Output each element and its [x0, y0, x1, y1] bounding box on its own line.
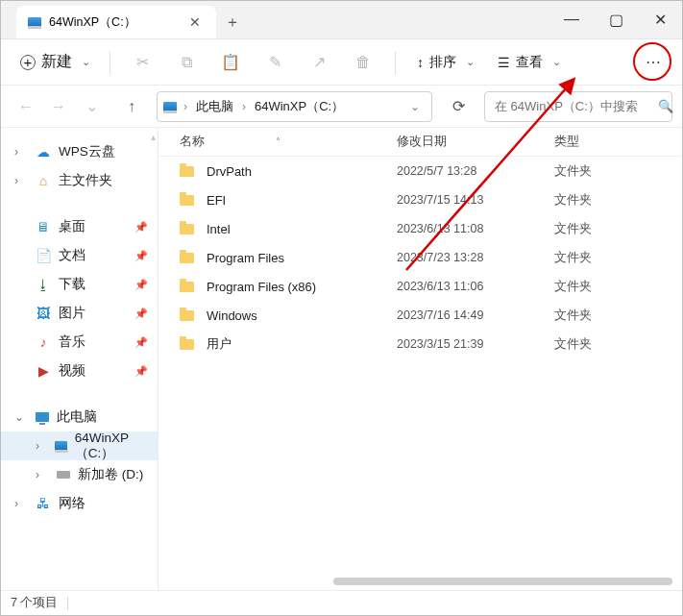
file-row[interactable]: Program Files (x86) 2023/6/13 11:06 文件夹	[159, 272, 682, 301]
chevron-down-icon: ⌄	[85, 97, 98, 115]
sidebar-item-pinned[interactable]: 📄 文档 📌	[1, 241, 158, 270]
folder-icon	[180, 250, 197, 266]
copy-button[interactable]: ⧉	[166, 46, 207, 79]
close-button[interactable]: ✕	[638, 0, 682, 38]
explorer-window: 64WinXP（C:） ✕ ＋ — ▢ ✕ + 新建 ⌄ ✂ ⧉ 📋 ✎ ↗ 🗑…	[0, 0, 683, 616]
breadcrumb[interactable]: › 此电脑 › 64WinXP（C:） ⌄	[157, 91, 432, 122]
chevron-down-icon: ⌄	[466, 56, 475, 68]
body: ▴ › ☁ WPS云盘› ⌂ 主文件夹 🖥 桌面 📌 📄 文档 📌 ⭳ 下载 📌…	[1, 128, 682, 590]
cut-icon: ✂	[136, 53, 149, 71]
breadcrumb-seg-drive[interactable]: 64WinXP（C:）	[249, 98, 350, 115]
expand-toggle[interactable]: ⌄	[14, 410, 28, 424]
sidebar-item-drive[interactable]: › 64WinXP（C:）	[1, 431, 158, 460]
file-name: Intel	[207, 222, 397, 236]
minimize-button[interactable]: —	[549, 0, 594, 38]
cut-button[interactable]: ✂	[122, 46, 162, 79]
column-header-name[interactable]: 名称 ˄	[180, 134, 397, 150]
sidebar-item-quick[interactable]: › ☁ WPS云盘	[1, 137, 158, 166]
expand-toggle[interactable]: ›	[36, 439, 47, 453]
scrollbar-thumb[interactable]	[333, 578, 672, 585]
file-row[interactable]: Program Files 2023/7/23 13:28 文件夹	[159, 243, 682, 272]
expand-toggle[interactable]: ›	[14, 497, 28, 510]
nav-icon: 🖼	[36, 306, 51, 321]
file-type: 文件夹	[554, 221, 592, 237]
search-input[interactable]	[493, 98, 658, 114]
sidebar-item-pinned[interactable]: ⭳ 下载 📌	[1, 270, 158, 299]
sort-button[interactable]: ↕ 排序 ⌄	[407, 46, 484, 79]
file-type: 文件夹	[554, 250, 592, 266]
pc-icon	[36, 412, 49, 422]
sidebar-item-quick[interactable]: › ⌂ 主文件夹	[1, 166, 158, 195]
file-type: 文件夹	[554, 279, 592, 295]
rename-button[interactable]: ✎	[255, 46, 295, 79]
pin-icon: 📌	[134, 221, 148, 234]
expand-toggle[interactable]: ›	[36, 468, 49, 481]
file-name: 用户	[207, 335, 397, 353]
new-tab-button[interactable]: ＋	[216, 6, 249, 38]
status-bar: 7 个项目	[1, 590, 682, 615]
nav-icon: ▶	[36, 363, 51, 379]
file-name: Program Files	[207, 251, 397, 265]
column-header-date[interactable]: 修改日期	[397, 134, 554, 150]
file-date: 2023/3/15 21:39	[397, 337, 554, 351]
file-date: 2023/6/13 11:06	[397, 280, 554, 293]
new-button[interactable]: + 新建 ⌄	[12, 46, 98, 79]
maximize-button[interactable]: ▢	[594, 0, 638, 38]
file-date: 2023/6/13 11:08	[397, 222, 554, 235]
sidebar-item-network[interactable]: › 🖧 网络	[1, 489, 158, 518]
up-button[interactable]: ↑	[116, 91, 147, 122]
nav-sidebar: ▴ › ☁ WPS云盘› ⌂ 主文件夹 🖥 桌面 📌 📄 文档 📌 ⭳ 下载 📌…	[1, 128, 159, 590]
window-controls: — ▢ ✕	[549, 0, 682, 38]
sidebar-item-thispc[interactable]: ⌄ 此电脑	[1, 403, 158, 431]
refresh-button[interactable]: ⟳	[442, 91, 475, 122]
sidebar-item-pinned[interactable]: ♪ 音乐 📌	[1, 328, 158, 357]
sidebar-item-pinned[interactable]: 🖥 桌面 📌	[1, 212, 158, 241]
sidebar-item-pinned[interactable]: 🖼 图片 📌	[1, 299, 158, 328]
file-row[interactable]: Intel 2023/6/13 11:08 文件夹	[159, 214, 682, 243]
history-chevron[interactable]: ⌄	[76, 91, 107, 122]
more-button[interactable]: ⋯	[636, 45, 671, 80]
share-button[interactable]: ↗	[299, 46, 339, 79]
expand-toggle[interactable]: ›	[14, 145, 28, 159]
sidebar-item-pinned[interactable]: ▶ 视频 📌	[1, 357, 158, 385]
arrow-right-icon: →	[51, 98, 66, 115]
sidebar-item-label: 64WinXP（C:）	[75, 431, 158, 462]
file-name: Program Files (x86)	[207, 280, 397, 294]
sort-label: 排序	[429, 54, 456, 71]
plus-circle-icon: +	[20, 55, 36, 70]
file-row[interactable]: EFI 2023/7/15 14:13 文件夹	[159, 185, 682, 214]
horizontal-scrollbar[interactable]	[322, 575, 672, 588]
expand-toggle[interactable]: ›	[14, 174, 28, 187]
delete-button[interactable]: 🗑	[343, 46, 383, 79]
tab-current[interactable]: 64WinXP（C:） ✕	[16, 6, 216, 38]
file-type: 文件夹	[554, 308, 592, 324]
column-header-type[interactable]: 类型	[554, 134, 682, 150]
sidebar-item-label: 文档	[59, 247, 85, 264]
column-header-row: 名称 ˄ 修改日期 类型	[159, 128, 682, 157]
breadcrumb-seg-thispc[interactable]: 此电脑	[190, 98, 239, 115]
view-button[interactable]: ☰ 查看 ⌄	[488, 46, 571, 79]
search-box[interactable]: 🔍	[484, 91, 672, 122]
file-name: DrvPath	[207, 164, 397, 179]
status-item-count: 7 个项目	[11, 595, 58, 611]
file-row[interactable]: 用户 2023/3/15 21:39 文件夹	[159, 330, 682, 358]
file-date: 2023/7/15 14:13	[397, 193, 554, 207]
breadcrumb-drop-chevron[interactable]: ⌄	[404, 100, 426, 113]
folder-icon	[180, 308, 197, 324]
back-button[interactable]: ←	[11, 91, 41, 122]
sidebar-item-drive[interactable]: › 新加卷 (D:)	[1, 460, 158, 489]
sidebar-label-network: 网络	[59, 495, 85, 512]
sidebar-scroll-up[interactable]: ▴	[151, 132, 156, 142]
file-row[interactable]: DrvPath 2022/5/7 13:28 文件夹	[159, 157, 682, 185]
file-date: 2023/7/16 14:49	[397, 308, 554, 322]
paste-button[interactable]: 📋	[210, 46, 251, 79]
view-icon: ☰	[498, 55, 510, 70]
drive-icon	[55, 441, 66, 451]
tab-close-button[interactable]: ✕	[183, 12, 207, 32]
file-type: 文件夹	[554, 336, 592, 353]
file-row[interactable]: Windows 2023/7/16 14:49 文件夹	[159, 301, 682, 330]
share-icon: ↗	[313, 53, 326, 71]
file-date: 2023/7/23 13:28	[397, 251, 554, 264]
pin-icon: 📌	[134, 336, 148, 349]
forward-button[interactable]: →	[43, 91, 74, 122]
